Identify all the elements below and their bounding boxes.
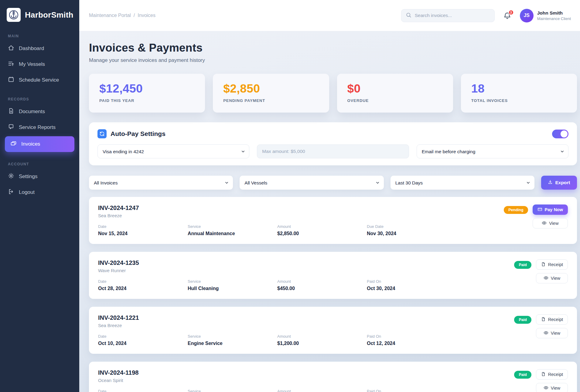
content-area: Invoices & Payments Manage your service … bbox=[79, 31, 580, 392]
page-subtitle: Manage your service invoices and payment… bbox=[89, 57, 577, 63]
search-icon bbox=[406, 12, 411, 19]
sidebar-item-settings[interactable]: Settings bbox=[0, 169, 79, 184]
download-icon bbox=[548, 180, 553, 186]
sidebar-item-schedule-service[interactable]: Schedule Service bbox=[0, 72, 79, 88]
stats-row: $12,450 PAID THIS YEAR $2,850 PENDING PA… bbox=[89, 74, 577, 113]
status-badge: Pending bbox=[504, 206, 528, 214]
field-value-due: Oct 30, 2024 bbox=[367, 286, 456, 291]
invoice-vessel: Ocean Spirit bbox=[98, 378, 514, 383]
user-menu[interactable]: JS John Smith Maintenance Client bbox=[520, 9, 571, 22]
view-button[interactable]: View bbox=[536, 383, 568, 392]
receipt-button[interactable]: Receipt bbox=[536, 369, 568, 380]
notify-select[interactable]: Email me before charging bbox=[417, 144, 568, 158]
sidebar-item-my-vessels[interactable]: My Vessels bbox=[0, 56, 79, 72]
sidebar-item-service-reports[interactable]: Service Reports bbox=[0, 120, 79, 135]
field-value-service: Engine Service bbox=[188, 341, 277, 346]
sidebar-item-invoices[interactable]: Invoices bbox=[5, 136, 74, 152]
topbar: Maintenance Portal / Invoices 3 JS John … bbox=[79, 0, 580, 31]
invoice-filter-select[interactable]: All Invoices bbox=[89, 176, 233, 190]
vessel-filter-select[interactable]: All Vessels bbox=[240, 176, 384, 190]
toggle-knob bbox=[561, 130, 568, 137]
field-value-date: Nov 15, 2024 bbox=[98, 231, 188, 236]
field-label: Amount bbox=[277, 334, 367, 339]
eye-icon bbox=[544, 275, 548, 281]
page-title: Invoices & Payments bbox=[89, 42, 577, 54]
field-label: Paid On bbox=[367, 389, 456, 392]
field-value-service: Hull Cleaning bbox=[188, 286, 277, 291]
status-badge: Paid bbox=[514, 371, 531, 379]
payment-method-select[interactable]: Visa ending in 4242 bbox=[97, 144, 249, 158]
status-badge: Paid bbox=[514, 316, 531, 324]
avatar: JS bbox=[520, 9, 534, 22]
stat-value: $0 bbox=[347, 82, 443, 95]
notify-select-wrap: Email me before charging bbox=[417, 144, 568, 158]
field-label: Date bbox=[98, 334, 188, 339]
invoice-card: INV-2024-1198 Ocean Spirit DateSep 15, 2… bbox=[89, 362, 577, 392]
field-value-date: Oct 10, 2024 bbox=[98, 341, 188, 346]
main-column: Maintenance Portal / Invoices 3 JS John … bbox=[79, 0, 580, 392]
sidebar-item-label: Schedule Service bbox=[19, 77, 59, 83]
filters-row: All Invoices All Vessels Last 30 Days Ex… bbox=[89, 176, 577, 190]
autopay-title: Auto-Pay Settings bbox=[111, 130, 552, 137]
logout-icon bbox=[8, 188, 14, 196]
document-icon bbox=[8, 108, 14, 116]
credit-card-icon bbox=[537, 207, 542, 213]
vessel-filter-wrap: All Vessels bbox=[240, 176, 384, 190]
gear-icon bbox=[8, 173, 14, 181]
stat-label: PAID THIS YEAR bbox=[99, 98, 195, 103]
field-label: Paid On bbox=[367, 334, 456, 339]
field-label: Date bbox=[98, 389, 188, 392]
eye-icon bbox=[544, 330, 548, 336]
receipt-file-icon bbox=[541, 262, 546, 268]
sidebar-item-logout[interactable]: Logout bbox=[0, 184, 79, 200]
sidebar-item-label: Settings bbox=[19, 174, 37, 180]
field-label: Service bbox=[188, 389, 277, 392]
notifications-button[interactable]: 3 bbox=[503, 12, 511, 20]
date-filter-select[interactable]: Last 30 Days bbox=[391, 176, 534, 190]
autopay-toggle[interactable] bbox=[552, 130, 568, 138]
invoice-id: INV-2024-1221 bbox=[98, 314, 514, 321]
breadcrumb-parent[interactable]: Maintenance Portal bbox=[89, 13, 131, 18]
sidebar-item-dashboard[interactable]: Dashboard bbox=[0, 41, 79, 56]
view-button[interactable]: View bbox=[536, 328, 568, 338]
stat-value: 18 bbox=[471, 82, 567, 95]
invoice-filter-wrap: All Invoices bbox=[89, 176, 233, 190]
receipt-button[interactable]: Receipt bbox=[536, 259, 568, 270]
breadcrumb-current: Invoices bbox=[138, 13, 155, 18]
field-label: Date bbox=[98, 224, 188, 229]
field-label: Amount bbox=[277, 279, 367, 284]
invoice-vessel: Sea Breeze bbox=[98, 323, 514, 328]
receipt-button[interactable]: Receipt bbox=[536, 314, 568, 325]
sidebar-item-label: Logout bbox=[19, 189, 35, 195]
search-input[interactable] bbox=[415, 13, 490, 18]
field-value-date: Oct 28, 2024 bbox=[98, 286, 188, 291]
max-amount-input[interactable] bbox=[257, 144, 409, 158]
field-value-due: Nov 30, 2024 bbox=[367, 231, 456, 236]
stat-label: PENDING PAYMENT bbox=[223, 98, 319, 103]
export-button[interactable]: Export bbox=[541, 176, 577, 190]
field-label: Date bbox=[98, 279, 188, 284]
field-value-service: Annual Maintenance bbox=[188, 231, 277, 236]
home-icon bbox=[8, 45, 14, 52]
view-button[interactable]: View bbox=[536, 273, 568, 283]
nav-section-account: ACCOUNT bbox=[8, 162, 79, 166]
app-window: HarborSmith MAIN Dashboard My Vessels Sc… bbox=[0, 0, 580, 392]
field-value-amount: $1,200.00 bbox=[277, 341, 367, 346]
invoice-vessel: Wave Runner bbox=[98, 268, 514, 273]
sidebar-item-documents[interactable]: Documents bbox=[0, 104, 79, 120]
nav-section-main: MAIN bbox=[8, 34, 79, 38]
stat-label: TOTAL INVOICES bbox=[471, 98, 567, 103]
view-button[interactable]: View bbox=[533, 218, 568, 228]
sidebar-item-label: Service Reports bbox=[19, 124, 56, 130]
stat-card-pending-payment: $2,850 PENDING PAYMENT bbox=[213, 74, 329, 113]
field-value-due: Oct 12, 2024 bbox=[367, 341, 456, 346]
field-label: Service bbox=[188, 334, 277, 339]
topbar-right: 3 JS John Smith Maintenance Client bbox=[401, 9, 571, 22]
pay-now-button[interactable]: Pay Now bbox=[533, 204, 568, 215]
receipt-file-icon bbox=[541, 372, 546, 377]
field-label: Amount bbox=[277, 224, 367, 229]
breadcrumb-separator: / bbox=[134, 13, 135, 18]
invoice-list: INV-2024-1247 Sea Breeze DateNov 15, 202… bbox=[89, 197, 577, 392]
eye-icon bbox=[542, 221, 547, 226]
brand-name: HarborSmith bbox=[25, 10, 73, 20]
